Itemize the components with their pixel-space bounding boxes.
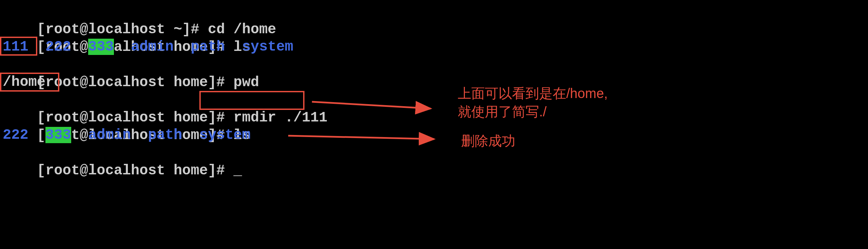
dir-222: 222	[45, 39, 71, 55]
terminal-line: [root@localhost home]# _	[3, 144, 868, 161]
dir-path: path	[191, 39, 225, 55]
command-text: rmdir ./111	[234, 110, 328, 126]
command-text: pwd	[234, 74, 259, 91]
dir-333: 333	[45, 127, 71, 143]
ls-output: 222 333 admin path system	[3, 126, 868, 144]
dir-222: 222	[3, 127, 28, 143]
dir-admin: admin	[131, 39, 174, 55]
dir-333: 333	[88, 39, 114, 55]
annotation-note-1: 上面可以看到是在/home, 就使用了简写./	[458, 84, 608, 121]
cursor: _	[234, 162, 242, 179]
shell-prompt: [root@localhost home]#	[37, 162, 234, 179]
ls-output: 111 222 333 admin path system	[3, 38, 868, 56]
terminal-line: [root@localhost home]# pwd	[3, 56, 868, 73]
shell-prompt: [root@localhost ~]#	[37, 21, 208, 38]
dir-system: system	[242, 39, 293, 55]
command-text: cd /home	[208, 21, 276, 38]
dir-111: 111	[3, 39, 28, 55]
shell-prompt: [root@localhost home]#	[37, 74, 234, 91]
dir-admin: admin	[88, 127, 131, 143]
dir-path: path	[148, 127, 182, 143]
annotation-note-2: 删除成功	[461, 132, 515, 150]
dir-system: system	[199, 127, 251, 143]
shell-prompt: [root@localhost home]#	[37, 110, 234, 126]
terminal-line: [root@localhost home]# rmdir ./111	[3, 91, 868, 109]
terminal-line: [root@localhost ~]# cd /home	[3, 3, 868, 20]
terminal-output: [root@localhost ~]# cd /home [root@local…	[0, 0, 868, 161]
